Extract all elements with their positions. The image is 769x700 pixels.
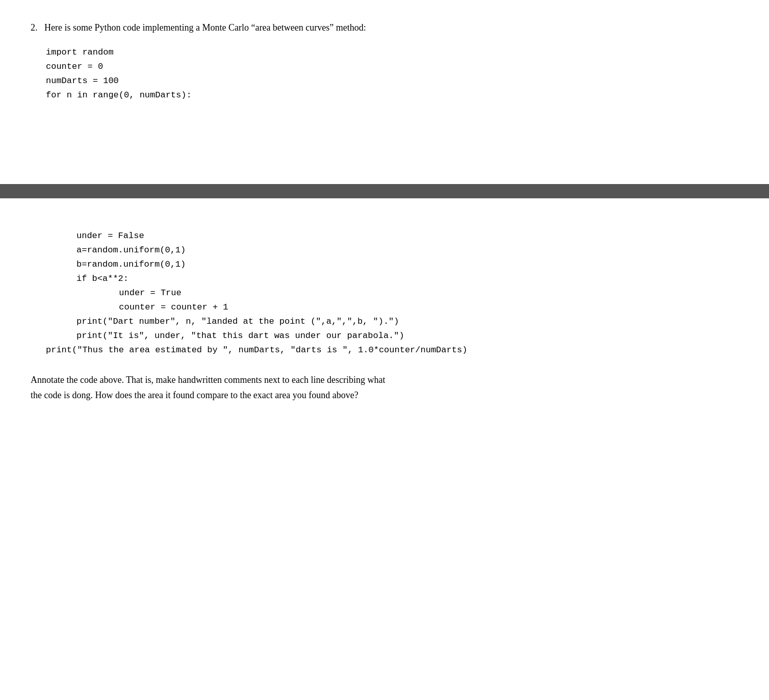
code-indented-line-5: under = True xyxy=(76,286,738,300)
annotation-line-1: Annotate the code above. That is, make h… xyxy=(31,373,738,388)
code-line-4: for n in range(0, numDarts): xyxy=(46,88,738,102)
code-block-indented: under = False a=random.uniform(0,1) b=ra… xyxy=(76,229,738,343)
page-container: 2. Here is some Python code implementing… xyxy=(0,0,769,700)
content-top: 2. Here is some Python code implementing… xyxy=(0,0,769,102)
question-intro-text: Here is some Python code implementing a … xyxy=(44,22,366,33)
code-indented-line-4: if b<a**2: xyxy=(76,272,738,286)
code-indented-line-6: counter = counter + 1 xyxy=(76,300,738,315)
code-indented-line-1: under = False xyxy=(76,229,738,243)
annotation-section: Annotate the code above. That is, make h… xyxy=(31,373,738,403)
question-number-label: 2. xyxy=(31,22,38,33)
code-indented-line-2: a=random.uniform(0,1) xyxy=(76,243,738,257)
question-intro: 2. Here is some Python code implementing… xyxy=(31,20,738,35)
code-indented-line-3: b=random.uniform(0,1) xyxy=(76,257,738,272)
code-final-line: print("Thus the area estimated by ", num… xyxy=(46,343,738,357)
code-line-1: import random xyxy=(46,45,738,60)
code-block-top: import random counter = 0 numDarts = 100… xyxy=(46,45,738,102)
code-block-final: print("Thus the area estimated by ", num… xyxy=(46,343,738,357)
content-bottom: under = False a=random.uniform(0,1) b=ra… xyxy=(0,229,769,424)
annotation-line-2: the code is dong. How does the area it f… xyxy=(31,388,738,403)
code-line-3: numDarts = 100 xyxy=(46,74,738,88)
code-line-2: counter = 0 xyxy=(46,60,738,74)
divider-bar xyxy=(0,184,769,198)
code-indented-line-8: print("It is", under, "that this dart wa… xyxy=(76,329,738,343)
code-indented-line-7: print("Dart number", n, "landed at the p… xyxy=(76,315,738,329)
